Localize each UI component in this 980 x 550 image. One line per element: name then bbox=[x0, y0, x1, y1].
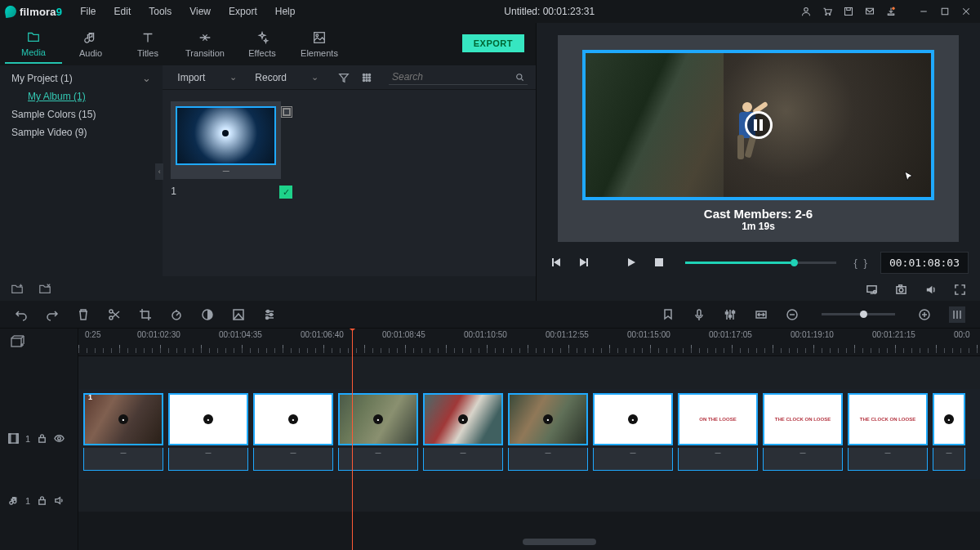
menu-help[interactable]: Help bbox=[269, 2, 302, 20]
timeline-clip-label: — bbox=[253, 448, 333, 471]
play-button[interactable] bbox=[623, 257, 639, 268]
import-dropdown[interactable]: Import bbox=[171, 69, 243, 87]
time-ruler[interactable]: 0:2500:01:02:3000:01:04:3500:01:06:4000:… bbox=[78, 329, 980, 356]
crop-icon[interactable] bbox=[139, 308, 152, 321]
display-settings-icon[interactable] bbox=[862, 280, 880, 298]
redo-icon[interactable] bbox=[46, 308, 59, 321]
video-track-header[interactable]: 1 bbox=[8, 433, 65, 444]
mixer-icon[interactable] bbox=[724, 308, 737, 321]
timeline-clip[interactable]: THE CLOCK ON LOOSE bbox=[848, 393, 928, 445]
timeline-clip[interactable]: THE CLOCK ON LOOSE bbox=[763, 393, 843, 445]
undo-icon[interactable] bbox=[15, 308, 28, 321]
notification-icon[interactable] bbox=[882, 3, 900, 20]
delete-folder-icon[interactable] bbox=[36, 279, 54, 297]
sidebar-collapse-handle[interactable]: ‹ bbox=[155, 163, 163, 180]
account-icon[interactable] bbox=[797, 3, 815, 20]
voiceover-icon[interactable] bbox=[693, 308, 706, 321]
media-grid[interactable]: — ✓ 1 bbox=[163, 90, 536, 276]
preview-caption: Cast Members: 2-6 bbox=[582, 207, 934, 221]
close-button[interactable] bbox=[957, 3, 975, 20]
add-track-icon[interactable] bbox=[10, 335, 24, 350]
preview-progress[interactable] bbox=[685, 262, 836, 264]
delete-icon[interactable] bbox=[77, 308, 90, 321]
message-icon[interactable] bbox=[861, 3, 879, 20]
timeline-settings-icon[interactable] bbox=[949, 306, 965, 323]
menu-tools[interactable]: Tools bbox=[142, 2, 178, 20]
zoom-in-icon[interactable] bbox=[918, 308, 931, 321]
tree-my-album[interactable]: My Album (1) bbox=[0, 87, 163, 105]
svg-point-15 bbox=[366, 74, 368, 75]
menu-export[interactable]: Export bbox=[222, 2, 264, 20]
save-icon[interactable] bbox=[840, 3, 858, 20]
timeline-tracks[interactable]: 0:2500:01:02:3000:01:04:3500:01:06:4000:… bbox=[78, 329, 980, 550]
export-button[interactable]: EXPORT bbox=[462, 34, 524, 52]
timeline-clip[interactable]: • bbox=[933, 393, 965, 445]
timeline-clip[interactable]: • bbox=[168, 393, 248, 445]
audio-track[interactable] bbox=[78, 479, 980, 512]
mute-icon[interactable] bbox=[54, 495, 65, 506]
mark-in-out[interactable]: { } bbox=[854, 257, 869, 269]
clip-used-check-icon: ✓ bbox=[279, 186, 292, 199]
marker-icon[interactable] bbox=[662, 308, 675, 321]
lock-icon[interactable] bbox=[37, 495, 47, 506]
tab-transition[interactable]: Transition bbox=[176, 25, 234, 63]
preview-video[interactable] bbox=[582, 50, 934, 200]
menu-view[interactable]: View bbox=[183, 2, 217, 20]
record-dropdown[interactable]: Record bbox=[248, 69, 325, 87]
tab-media[interactable]: Media bbox=[5, 25, 62, 64]
cart-icon[interactable] bbox=[818, 3, 836, 20]
stop-button[interactable] bbox=[651, 257, 667, 268]
maximize-button[interactable] bbox=[936, 3, 954, 20]
ruler-label: 0:25 bbox=[85, 330, 100, 339]
svg-point-37 bbox=[109, 310, 113, 313]
green-screen-icon[interactable] bbox=[232, 308, 245, 321]
svg-point-47 bbox=[266, 316, 269, 319]
media-clip[interactable]: — bbox=[171, 101, 281, 179]
fit-icon[interactable] bbox=[755, 308, 768, 321]
timeline-clip[interactable]: • bbox=[508, 393, 588, 445]
filter-icon[interactable] bbox=[335, 69, 353, 87]
video-track[interactable]: 1•••••••ON THE LOOSETHE CLOCK ON LOOSETH… bbox=[78, 389, 980, 479]
ruler-label: 00:01:17:05 bbox=[709, 330, 752, 339]
volume-icon[interactable] bbox=[921, 280, 939, 298]
speed-icon[interactable] bbox=[170, 308, 183, 321]
timeline-clip[interactable]: • bbox=[423, 393, 503, 445]
adjust-icon[interactable] bbox=[263, 308, 276, 321]
tree-my-project[interactable]: My Project (1) bbox=[0, 69, 163, 87]
timeline-clip[interactable]: ON THE LOOSE bbox=[678, 393, 758, 445]
timeline-clip[interactable]: • bbox=[338, 393, 418, 445]
tree-sample-video[interactable]: Sample Video (9) bbox=[0, 123, 163, 141]
zoom-slider[interactable] bbox=[822, 313, 895, 315]
tree-sample-colors[interactable]: Sample Colors (15) bbox=[0, 105, 163, 123]
tab-elements[interactable]: Elements bbox=[291, 25, 348, 63]
svg-rect-9 bbox=[942, 8, 948, 15]
timeline-clip[interactable]: • bbox=[593, 393, 673, 445]
tab-effects[interactable]: Effects bbox=[234, 25, 291, 63]
prev-frame-button[interactable] bbox=[548, 257, 564, 268]
audio-track-header[interactable]: 1 bbox=[8, 495, 65, 506]
grid-view-icon[interactable] bbox=[358, 69, 376, 87]
svg-point-75 bbox=[58, 437, 61, 440]
menu-file[interactable]: File bbox=[74, 2, 102, 20]
playhead[interactable] bbox=[352, 329, 353, 550]
lock-icon[interactable] bbox=[37, 433, 47, 444]
color-icon[interactable] bbox=[201, 308, 214, 321]
minimize-button[interactable] bbox=[915, 3, 933, 20]
pause-overlay-icon[interactable] bbox=[745, 111, 773, 139]
new-folder-icon[interactable] bbox=[8, 279, 26, 297]
zoom-out-icon[interactable] bbox=[786, 308, 799, 321]
visibility-icon[interactable] bbox=[54, 433, 65, 444]
split-icon[interactable] bbox=[108, 308, 121, 321]
fullscreen-icon[interactable] bbox=[951, 280, 969, 298]
menu-edit[interactable]: Edit bbox=[108, 2, 138, 20]
timeline-scrollbar[interactable] bbox=[78, 539, 967, 547]
search-input[interactable] bbox=[389, 69, 528, 85]
next-frame-button[interactable] bbox=[576, 257, 592, 268]
ruler-label: 00:01:06:40 bbox=[301, 330, 344, 339]
tab-titles[interactable]: Titles bbox=[119, 25, 176, 63]
tab-audio[interactable]: Audio bbox=[62, 25, 119, 63]
timeline-clip[interactable]: • bbox=[253, 393, 333, 445]
timeline-clip[interactable]: 1• bbox=[83, 393, 163, 445]
search-field[interactable] bbox=[392, 71, 515, 83]
snapshot-icon[interactable] bbox=[892, 280, 910, 298]
